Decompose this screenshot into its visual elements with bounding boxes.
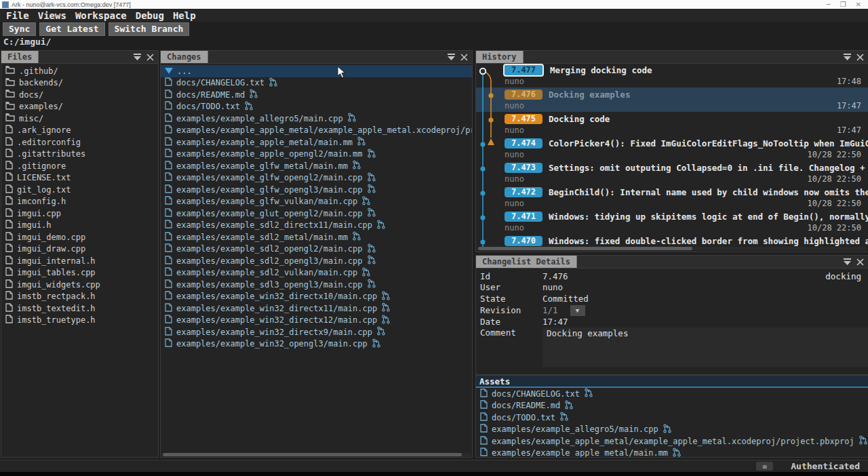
menu-item-help[interactable]: Help — [173, 10, 196, 21]
file-tree-item[interactable]: imstb_rectpack.h — [1, 291, 158, 303]
asset-file-row[interactable]: examples/example_apple_metal/main.mm — [476, 448, 868, 458]
menu-item-debug[interactable]: Debug — [136, 10, 164, 21]
changed-file-row[interactable]: examples/example_apple_opengl2/main.mm — [161, 148, 472, 161]
filter-icon[interactable] — [843, 54, 852, 61]
file-tree-item[interactable]: imstb_truetype.h — [1, 315, 158, 327]
file-tree-item[interactable]: .gitattributes — [1, 148, 158, 161]
history-commit-row[interactable]: 7.474 ColorPicker4(): Fixed ImGuiColorEd… — [476, 136, 868, 161]
mail-icon[interactable]: ✉ — [756, 462, 773, 471]
expand-arrow-icon[interactable] — [165, 68, 173, 74]
menu-item-views[interactable]: Views — [38, 10, 66, 21]
history-commit-row[interactable]: 7.473 Settings: omit outputing Collapsed… — [476, 161, 868, 185]
file-tree-item[interactable]: git_log.txt — [1, 184, 158, 196]
file-tree-item[interactable]: .github/ — [1, 65, 158, 77]
revision-badge: 7.471 — [505, 212, 542, 222]
maximize-button[interactable]: ❐ — [840, 1, 846, 8]
close-icon[interactable] — [856, 258, 864, 266]
history-commit-row[interactable]: 7.477 Merging docking code nuno 17:48 — [476, 63, 868, 87]
changed-file-row[interactable]: examples/example_win32_directx9/main.cpp — [161, 326, 472, 338]
file-tree-item[interactable]: imgui.h — [1, 220, 158, 232]
changed-file-row[interactable]: examples/example_sdl2_opengl3/main.cpp — [161, 255, 472, 267]
file-tree-item[interactable]: imgui_widgets.cpp — [1, 279, 158, 291]
file-tree-item[interactable]: imgui.cpp — [1, 207, 158, 220]
file-tree-item[interactable]: imgui_demo.cpp — [1, 231, 158, 243]
filter-icon[interactable] — [843, 258, 852, 266]
comment-textarea[interactable]: Docking examples — [542, 328, 868, 367]
filter-icon[interactable] — [447, 54, 456, 61]
file-tree-item[interactable]: LICENSE.txt — [1, 172, 158, 184]
file-tree-item[interactable]: .gitignore — [1, 160, 158, 172]
changelist-details-tab[interactable]: Changelist Details — [476, 256, 577, 268]
changed-file-row[interactable]: examples/example_win32_directx11/main.cp… — [161, 302, 472, 315]
revision-dropdown-button[interactable]: ▼ — [570, 305, 585, 316]
changed-file-row[interactable]: docs/TODO.txt — [161, 101, 472, 113]
file-tree-item[interactable]: misc/ — [1, 113, 158, 125]
details-filter-button[interactable] — [843, 258, 852, 266]
files-filter-button[interactable] — [133, 54, 142, 61]
changed-file-row[interactable]: examples/example_sdl2_vulkan/main.cpp — [161, 267, 472, 279]
close-icon[interactable] — [856, 54, 864, 61]
changed-file-row[interactable]: examples/example_sdl3_opengl3/main.cpp — [161, 279, 472, 291]
asset-file-row[interactable]: docs/CHANGELOG.txt — [476, 388, 868, 400]
changed-file-row[interactable]: examples/example_sdl2_directx11/main.cpp — [161, 220, 472, 232]
menu-item-workspace[interactable]: Workspace — [75, 10, 127, 21]
asset-file-row[interactable]: docs/README.md — [476, 400, 868, 412]
changed-file-row[interactable]: examples/example_glfw_opengl3/main.cpp — [161, 184, 472, 196]
history-commit-row[interactable]: 7.475 Docking code nuno 17:47 — [476, 112, 868, 136]
changed-file-row[interactable]: examples/example_win32_directx10/main.cp… — [161, 291, 472, 303]
history-tab[interactable]: History — [476, 51, 524, 63]
file-tree-item[interactable]: imconfig.h — [1, 196, 158, 208]
file-tree-item[interactable]: examples/ — [1, 101, 158, 113]
changed-file-row[interactable]: examples/example_glut_opengl2/main.cpp — [161, 207, 472, 220]
changed-file-row[interactable]: examples/example_allegro5/main.cpp — [161, 113, 472, 125]
changed-file-row[interactable]: examples/example_glfw_metal/main.mm — [161, 160, 472, 172]
changed-file-row[interactable]: examples/example_sdl2_metal/main.mm — [161, 231, 472, 243]
file-tree-item[interactable]: backends/ — [1, 77, 158, 90]
history-commit-row[interactable]: 7.472 BeginChild(): Internal name used b… — [476, 185, 868, 210]
history-close-button[interactable] — [856, 54, 864, 61]
menu-item-file[interactable]: File — [6, 10, 29, 21]
file-icon — [165, 196, 172, 205]
changed-file-row[interactable]: examples/example_sdl2_opengl2/main.cpp — [161, 243, 472, 256]
file-tree-item[interactable]: imgui_draw.cpp — [1, 243, 158, 256]
history-commit-row[interactable]: 7.470 Windows: fixed double-clicked bord… — [476, 234, 868, 247]
changed-file-row[interactable]: examples/example_glfw_opengl2/main.cpp — [161, 172, 472, 184]
changed-file-row[interactable]: docs/CHANGELOG.txt — [161, 77, 472, 90]
changed-file-row[interactable]: examples/example_apple_metal/main.mm — [161, 136, 472, 148]
filter-icon[interactable] — [133, 54, 142, 61]
changed-file-row[interactable]: examples/example_win32_opengl3/main.cpp — [161, 338, 472, 351]
toolbar-button[interactable]: Sync — [3, 22, 36, 36]
changed-file-row[interactable]: docs/README.md — [161, 89, 472, 101]
files-tab[interactable]: Files — [1, 51, 39, 63]
history-filter-button[interactable] — [843, 54, 852, 61]
files-close-button[interactable] — [146, 54, 154, 61]
changes-root-row[interactable]: ... — [161, 65, 472, 77]
file-tree-item[interactable]: imgui_internal.h — [1, 255, 158, 267]
asset-file-row[interactable]: docs/TODO.txt — [476, 412, 868, 424]
history-commit-row[interactable]: 7.476 Docking examples nuno 17:47 — [476, 87, 868, 112]
changed-file-row[interactable]: examples/example_glfw_vulkan/main.cpp — [161, 196, 472, 208]
toolbar-button[interactable]: Switch Branch — [108, 22, 190, 36]
file-tree-item[interactable]: .editorconfig — [1, 136, 158, 148]
file-tree-item[interactable]: imgui_tables.cpp — [1, 267, 158, 279]
changes-close-button[interactable] — [460, 54, 468, 61]
history-hscrollbar[interactable] — [477, 247, 867, 250]
asset-file-row[interactable]: examples/example_allegro5/main.cpp — [476, 424, 868, 436]
toolbar-button[interactable]: Get Latest — [39, 22, 104, 36]
changes-hscrollbar[interactable] — [162, 453, 471, 456]
details-close-button[interactable] — [856, 258, 864, 266]
file-tree-item[interactable]: docs/ — [1, 89, 158, 101]
close-button[interactable]: ✕ — [856, 1, 861, 8]
changed-file-row[interactable]: examples/example_win32_directx12/main.cp… — [161, 315, 472, 327]
asset-file-row[interactable]: examples/example_apple_metal/example_app… — [476, 435, 868, 448]
history-commit-row[interactable]: 7.471 Windows: tidying up skipitems logi… — [476, 210, 868, 234]
changes-tab[interactable]: Changes — [161, 51, 208, 63]
changed-file-row[interactable]: examples/example_apple_metal/example_app… — [161, 125, 472, 137]
file-tree-item[interactable]: .ark_ignore — [1, 125, 158, 137]
file-tree-item[interactable]: imstb_textedit.h — [1, 302, 158, 315]
minimize-button[interactable]: ─ — [827, 1, 831, 8]
close-icon[interactable] — [460, 54, 468, 61]
close-icon[interactable] — [146, 54, 154, 61]
changes-filter-button[interactable] — [447, 54, 456, 61]
file-icon — [480, 389, 488, 397]
